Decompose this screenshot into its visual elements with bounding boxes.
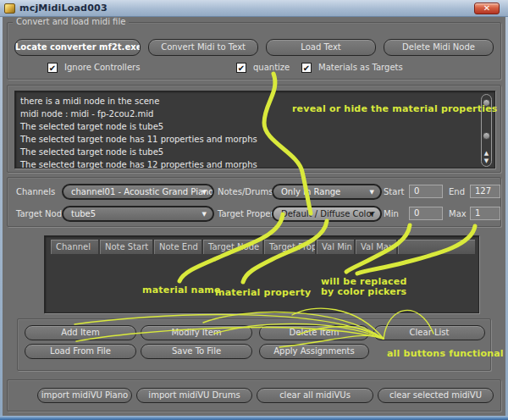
notes-drums-dropdown[interactable]: Only In Range ▼ [272,184,382,200]
app-icon [4,3,15,14]
target-property-value: Default / Diffuse Color [281,209,375,218]
checkbox-check-icon: ✔ [47,63,58,73]
target-node-value: tube5 [71,209,96,218]
close-button[interactable]: ✕ [474,3,500,14]
log-line: The selected target node has 12 properti… [15,158,494,171]
annotation-material-name: material name [142,285,221,296]
end-field[interactable]: 127 [470,185,500,198]
channels-label: Channels [16,184,55,200]
checkbox-check-icon: ✔ [236,63,246,73]
save-to-file-button[interactable]: Save To File [141,344,252,359]
apply-assignments-button[interactable]: Apply Assignments [259,344,369,359]
column-header-filler [398,240,475,254]
target-property-dropdown[interactable]: Default / Diffuse Color ▼ [272,206,382,222]
convert-button-row: Locate converter mf2t.exe Convert Midi t… [14,39,494,56]
min-label: Min [384,206,399,222]
clear-selected-midivu-button[interactable]: clear selected midiVU [378,388,494,403]
clear-all-midivus-button[interactable]: clear all midiVUs [257,388,373,403]
annotation-reveal: reveal or hide the material properties [292,104,498,114]
convert-group-legend: Convert and load midi file [13,17,129,26]
target-node-label: Target Node [16,206,67,222]
notes-drums-value: Only In Range [281,187,340,196]
ignore-controllers-checkbox[interactable]: ✔ Ignore Controllers [47,62,140,73]
log-groupbox: there is a midi node in the scene midi n… [7,85,501,173]
end-label: End [449,184,465,200]
quantize-label: quantize [253,63,290,72]
column-header-note-start[interactable]: Note Start [100,240,154,254]
log-line: The selected target node is tube5 [15,120,494,133]
dialog-content: Convert and load midi file Locate conver… [3,17,505,416]
start-label: Start [384,184,404,200]
ignore-controllers-label: Ignore Controllers [64,63,140,72]
chevron-down-icon: ▼ [370,210,374,218]
scrollbar-thumb[interactable] [483,132,490,140]
window-border-bottom [0,416,508,420]
log-area[interactable]: there is a midi node in the scene midi n… [14,91,495,169]
chevron-down-icon: ▼ [202,210,207,218]
max-field[interactable]: 1 [470,207,500,220]
dialog-window: mcjMidiLoad003 ✕ Convert and load midi f… [0,0,508,420]
log-line: The selected target node is tube5 [15,146,494,158]
column-header-target-prop[interactable]: Target Prop... [264,240,317,254]
scroll-up-icon[interactable]: ▲ [482,150,491,157]
column-header-val-min[interactable]: Val Min [317,240,356,254]
annotation-color-pickers-line2: by color pickers [321,287,406,297]
load-text-button[interactable]: Load Text [266,39,376,56]
params-groupbox: Channels channel01 - Acoustic Grand Pian… [7,177,501,227]
import-midivu-piano-button[interactable]: import midiVU Piano [37,388,132,403]
channels-dropdown[interactable]: channel01 - Acoustic Grand Piano (45) ▼ [62,184,214,200]
channels-value: channel01 - Acoustic Grand Piano (45) [71,187,214,196]
title-bar[interactable]: mcjMidiLoad003 [0,0,508,17]
assignments-table[interactable]: Channel Note Start Note End Target Node … [44,235,479,313]
close-icon: ✕ [483,3,490,13]
materials-as-targets-label: Materials as Targets [318,63,403,72]
window-title: mcjMidiLoad003 [19,3,108,14]
max-label: Max [449,206,467,222]
convert-groupbox: Convert and load midi file Locate conver… [7,22,501,80]
load-from-file-button[interactable]: Load From File [25,344,136,359]
table-header-row: Channel Note Start Note End Target Node … [51,240,475,254]
notes-drums-label: Notes/Drums [218,184,273,200]
min-field[interactable]: 0 [409,207,443,220]
midivu-groupbox: import midiVU Piano import midiVU Drums … [7,379,501,412]
quantize-checkbox[interactable]: ✔ quantize [236,62,290,73]
materials-as-targets-checkbox[interactable]: ✔ Materials as Targets [301,62,403,73]
checkbox-check-icon: ✔ [301,63,312,73]
modify-item-button[interactable]: Modify Item [141,325,252,340]
annotation-all-buttons: all buttons functional [387,349,504,359]
convert-midi-to-text-button[interactable]: Convert Midi to Text [148,39,258,56]
chevron-down-icon: ▼ [202,188,207,196]
import-midivu-drums-button[interactable]: import midiVU Drums [136,388,252,403]
column-header-channel[interactable]: Channel [51,240,100,254]
target-node-dropdown[interactable]: tube5 ▼ [62,206,214,222]
clear-list-button[interactable]: Clear List [373,325,485,340]
column-header-target-node[interactable]: Target Node [203,240,264,254]
start-field[interactable]: 0 [409,185,443,198]
column-header-note-end[interactable]: Note End [154,240,203,254]
actions-groupbox: Add Item Modify Item Delete Item Clear L… [17,318,491,371]
log-line: The selected target node has 11 properti… [15,133,494,146]
chevron-down-icon: ▼ [370,188,374,196]
annotation-material-property: material property [215,288,311,298]
delete-item-button[interactable]: Delete Item [259,325,369,340]
column-header-val-max[interactable]: Val Max [356,240,398,254]
add-item-button[interactable]: Add Item [25,325,136,340]
annotation-color-pickers-line1: will be replaced [321,277,406,287]
locate-converter-button[interactable]: Locate converter mf2t.exe [14,39,141,56]
scroll-down-icon[interactable]: ▼ [482,158,491,164]
delete-midi-node-button[interactable]: Delete Midi Node [384,39,494,56]
